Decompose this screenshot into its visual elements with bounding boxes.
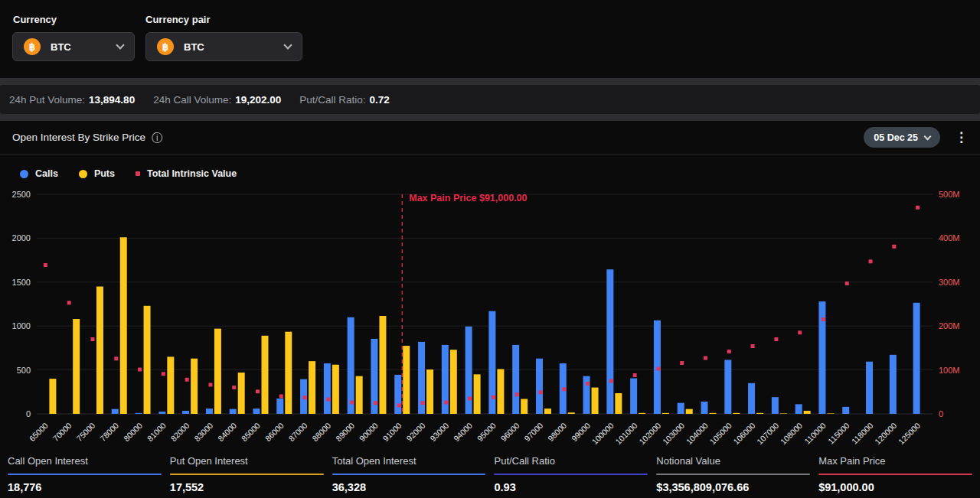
- stat-label: Put/Call Ratio:: [299, 94, 365, 106]
- summary-label: Call Open Interest: [8, 455, 162, 474]
- bitcoin-icon: ฿: [157, 38, 174, 55]
- currency-pair-value: BTC: [184, 41, 285, 53]
- legend-square-icon: [136, 171, 140, 176]
- summary-value: 36,328: [332, 475, 486, 493]
- stat-item: Put/Call Ratio:0.72: [299, 94, 390, 106]
- svg-text:400M: 400M: [939, 233, 960, 242]
- chevron-down-icon: [283, 41, 292, 49]
- chevron-down-icon: [924, 132, 932, 140]
- svg-text:300M: 300M: [939, 278, 960, 287]
- stat-label: 24h Put Volume:: [9, 94, 85, 106]
- svg-text:95000: 95000: [475, 421, 498, 443]
- svg-text:83000: 83000: [192, 421, 214, 443]
- summary-label: Max Pain Price: [818, 455, 972, 474]
- svg-text:0: 0: [939, 409, 943, 418]
- summary-label: Notional Value: [656, 455, 810, 474]
- legend-label: Total Intrinsic Value: [147, 168, 237, 179]
- summary-label: Total Open Interest: [332, 455, 486, 474]
- svg-text:99000: 99000: [570, 421, 592, 443]
- expiry-date-dropdown[interactable]: 05 Dec 25: [864, 127, 940, 148]
- chart-title: Open Interest By Strike Price: [12, 132, 145, 143]
- svg-text:200M: 200M: [939, 321, 960, 330]
- svg-text:84000: 84000: [216, 421, 238, 443]
- summary-item: Max Pain Price$91,000.00: [818, 455, 972, 493]
- chart-legend: CallsPutsTotal Intrinsic Value: [20, 168, 237, 179]
- svg-text:85000: 85000: [240, 421, 262, 443]
- svg-text:90000: 90000: [358, 421, 380, 443]
- svg-text:110000: 110000: [802, 421, 828, 446]
- svg-text:94000: 94000: [452, 421, 474, 443]
- svg-text:89000: 89000: [334, 421, 356, 443]
- info-icon[interactable]: ⓘ: [152, 132, 162, 143]
- svg-text:70000: 70000: [51, 421, 73, 443]
- svg-text:98000: 98000: [546, 421, 568, 443]
- open-interest-chart[interactable]: 00500100M1000200M1500300M2000400M2500500…: [0, 187, 980, 455]
- svg-text:91000: 91000: [381, 421, 403, 443]
- svg-text:0: 0: [26, 409, 31, 418]
- summary-item: Call Open Interest18,776: [8, 455, 162, 493]
- svg-text:92000: 92000: [404, 421, 426, 443]
- summary-item: Total Open Interest36,328: [332, 455, 486, 493]
- summary-value: 17,552: [170, 475, 324, 493]
- legend-item-calls[interactable]: Calls: [20, 168, 58, 179]
- legend-dot-icon: [79, 170, 87, 178]
- svg-text:86000: 86000: [263, 421, 286, 443]
- svg-text:88000: 88000: [310, 421, 332, 443]
- svg-text:1500: 1500: [12, 278, 31, 287]
- svg-text:107000: 107000: [755, 421, 780, 446]
- currency-dropdown[interactable]: ฿ BTC: [12, 32, 135, 61]
- chevron-down-icon: [116, 41, 124, 49]
- svg-text:2000: 2000: [12, 233, 31, 242]
- legend-dot-icon: [20, 170, 28, 178]
- svg-text:97000: 97000: [522, 421, 544, 443]
- svg-text:103000: 103000: [661, 421, 686, 446]
- svg-text:1000: 1000: [12, 321, 31, 330]
- open-interest-chart-panel: Open Interest By Strike Price ⓘ 05 Dec 2…: [0, 121, 980, 498]
- svg-text:96000: 96000: [498, 421, 521, 443]
- summary-item: Put Open Interest17,552: [170, 455, 324, 493]
- summary-label: Put/Call Ratio: [494, 455, 648, 474]
- kebab-menu-icon[interactable]: ⋮: [955, 131, 968, 144]
- svg-text:101000: 101000: [613, 421, 639, 446]
- svg-text:75000: 75000: [74, 421, 96, 443]
- summary-value: 18,776: [8, 475, 162, 493]
- svg-text:105000: 105000: [707, 421, 733, 446]
- currency-selector-panel: Currency Currency pair ฿ BTC ฿ BTC: [0, 0, 980, 78]
- svg-text:500: 500: [17, 366, 31, 375]
- summary-value: $3,356,809,076.66: [656, 475, 810, 493]
- legend-label: Calls: [35, 168, 58, 179]
- summary-value: $91,000.00: [818, 475, 972, 493]
- svg-text:120000: 120000: [873, 421, 898, 446]
- summary-stats-row: Call Open Interest18,776Put Open Interes…: [0, 455, 980, 493]
- svg-text:106000: 106000: [731, 421, 756, 446]
- svg-text:100M: 100M: [939, 366, 960, 375]
- summary-value: 0.93: [494, 475, 648, 493]
- currency-pair-label: Currency pair: [145, 14, 211, 25]
- summary-label: Put Open Interest: [170, 455, 324, 474]
- svg-text:500M: 500M: [939, 190, 960, 199]
- expiry-date-value: 05 Dec 25: [874, 132, 918, 143]
- chart-header: Open Interest By Strike Price ⓘ 05 Dec 2…: [0, 121, 980, 155]
- stat-value: 13,894.80: [89, 94, 135, 106]
- svg-text:115000: 115000: [826, 421, 851, 446]
- svg-text:78000: 78000: [98, 421, 120, 443]
- stat-item: 24h Put Volume:13,894.80: [9, 94, 135, 106]
- svg-text:102000: 102000: [637, 421, 662, 446]
- svg-text:118000: 118000: [850, 421, 875, 446]
- stat-value: 0.72: [370, 94, 390, 106]
- volume-stats-bar: 24h Put Volume:13,894.8024h Call Volume:…: [0, 85, 980, 114]
- svg-text:108000: 108000: [779, 421, 804, 446]
- stat-item: 24h Call Volume:19,202.00: [153, 94, 281, 106]
- summary-item: Notional Value$3,356,809,076.66: [656, 455, 810, 493]
- svg-text:82000: 82000: [168, 421, 191, 443]
- bitcoin-icon: ฿: [24, 38, 41, 55]
- svg-text:100000: 100000: [590, 421, 615, 446]
- currency-value: BTC: [51, 41, 117, 53]
- currency-pair-dropdown[interactable]: ฿ BTC: [145, 32, 302, 61]
- svg-text:104000: 104000: [684, 421, 710, 446]
- summary-item: Put/Call Ratio0.93: [494, 455, 648, 493]
- svg-text:2500: 2500: [12, 190, 31, 199]
- legend-item-puts[interactable]: Puts: [79, 168, 115, 179]
- legend-item-total-intrinsic-value[interactable]: Total Intrinsic Value: [136, 168, 237, 179]
- stat-value: 19,202.00: [235, 94, 281, 106]
